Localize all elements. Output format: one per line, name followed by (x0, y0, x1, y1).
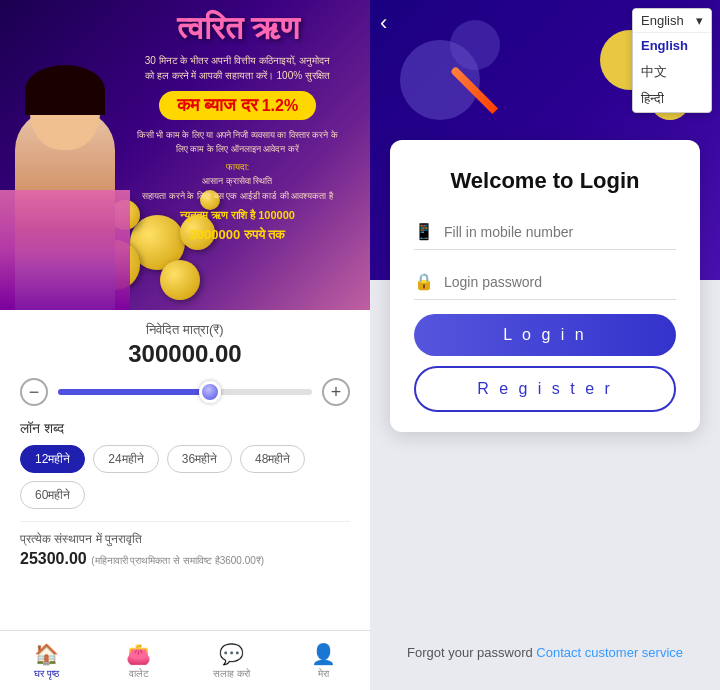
nav-item-wallet[interactable]: 👛 वालेट (93, 631, 186, 690)
banner-title: त्वरित ऋण (177, 10, 299, 47)
nav-item-me[interactable]: 👤 मेरा (278, 631, 371, 690)
banner-desc-line2: फायदा: (130, 160, 345, 174)
language-selector[interactable]: English ▾ English 中文 हिन्दी (632, 8, 712, 113)
loan-label: लॉन शब्द (20, 420, 350, 437)
left-panel: त्वरित ऋण 30 मिनट के भीतर अपनी वित्तीय क… (0, 0, 370, 690)
loan-terms: 12महीने 24महीने 36महीने 48महीने 60महीने (20, 445, 350, 509)
banner-desc: किसी भी काम के लिए या अपने निजी व्यवसाय … (120, 128, 355, 245)
profile-icon: 👤 (311, 642, 336, 666)
term-btn-36[interactable]: 36महीने (167, 445, 232, 473)
forgot-text: Forgot your password (407, 645, 533, 660)
banner-desc-line3: आसान क्रासेवा स्थिति (130, 174, 345, 188)
advice-icon: 💬 (219, 642, 244, 666)
contact-customer-service-link[interactable]: Contact customer service (536, 645, 683, 660)
amount-value: 300000.00 (20, 340, 350, 368)
banner-desc-line4: सहायता करने के लिए: बस एक आईडी कार्ड की … (130, 189, 345, 203)
nav-label-wallet: वालेट (129, 668, 149, 680)
login-title: Welcome to Login (414, 168, 676, 194)
mobile-icon: 📱 (414, 222, 434, 241)
left-body: निवेदित मात्रा(₹) 300000.00 − + लॉन शब्द… (0, 310, 370, 630)
nav-item-home[interactable]: 🏠 घर पृष्ठ (0, 631, 93, 690)
slider-plus-button[interactable]: + (322, 378, 350, 406)
repayment-value: 25300.00 (20, 550, 87, 567)
nav-label-home: घर पृष्ठ (34, 668, 59, 680)
password-input[interactable] (444, 274, 676, 290)
banner-subtitle: 30 मिनट के भीतर अपनी वित्तीय कठिनाइयों, … (120, 53, 355, 83)
language-dropdown[interactable]: English ▾ English 中文 हिन्दी (632, 8, 712, 113)
mobile-input[interactable] (444, 224, 676, 240)
banner-desc-line1: किसी भी काम के लिए या अपने निजी व्यवसाय … (130, 128, 345, 157)
banner-amount2: 2000000 रुपये तक (130, 225, 345, 246)
term-btn-12[interactable]: 12महीने (20, 445, 85, 473)
banner: त्वरित ऋण 30 मिनट के भीतर अपनी वित्तीय क… (0, 0, 370, 310)
home-icon: 🏠 (34, 642, 59, 666)
amount-label: निवेदित मात्रा(₹) (20, 322, 350, 338)
register-button[interactable]: R e g i s t e r (414, 366, 676, 412)
amount-section: निवेदित मात्रा(₹) 300000.00 (20, 322, 350, 368)
lang-options-list: English 中文 हिन्दी (633, 32, 711, 112)
bottom-nav: 🏠 घर पृष्ठ 👛 वालेट 💬 सलाह करो 👤 मेरा (0, 630, 370, 690)
login-card: Welcome to Login 📱 🔒 L o g i n R e g i s… (390, 140, 700, 432)
back-button[interactable]: ‹ (380, 10, 387, 36)
lang-option-english[interactable]: English (633, 33, 711, 58)
mobile-input-row: 📱 (414, 214, 676, 250)
current-language: English (641, 13, 684, 28)
lang-header[interactable]: English ▾ (633, 9, 711, 32)
deco-circle-2 (450, 20, 500, 70)
banner-rate: कम ब्याज दर 1.2% (159, 91, 316, 120)
nav-item-advice[interactable]: 💬 सलाह करो (185, 631, 278, 690)
lang-option-hindi[interactable]: हिन्दी (633, 86, 711, 112)
nav-label-me: मेरा (318, 668, 329, 680)
nav-label-advice: सलाह करो (213, 668, 250, 680)
slider-track[interactable] (58, 389, 312, 395)
login-button[interactable]: L o g i n (414, 314, 676, 356)
forgot-row: Forgot your password Contact customer se… (370, 645, 720, 660)
lock-icon: 🔒 (414, 272, 434, 291)
slider-row: − + (20, 378, 350, 406)
banner-rate-value: 1.2% (262, 97, 298, 114)
banner-amount1: न्यूनतम ऋण राशि है 100000 (180, 209, 295, 221)
right-panel: ‹ English ▾ English 中文 हिन्दी Welcome to… (370, 0, 720, 690)
lang-option-chinese[interactable]: 中文 (633, 58, 711, 86)
chevron-down-icon: ▾ (696, 13, 703, 28)
password-input-row: 🔒 (414, 264, 676, 300)
banner-rate-label: कम ब्याज दर (177, 95, 258, 115)
repayment-label: प्रत्येक संस्थापन में पुनरावृति (20, 532, 350, 546)
repayment-note: (महिनावारी प्राथमिकता से समाविष्ट है3600… (91, 555, 264, 566)
repayment-section: प्रत्येक संस्थापन में पुनरावृति 25300.00… (20, 521, 350, 568)
slider-fill (58, 389, 210, 395)
slider-thumb[interactable] (199, 381, 221, 403)
term-btn-48[interactable]: 48महीने (240, 445, 305, 473)
term-btn-60[interactable]: 60महीने (20, 481, 85, 509)
term-btn-24[interactable]: 24महीने (93, 445, 158, 473)
wallet-icon: 👛 (126, 642, 151, 666)
slider-minus-button[interactable]: − (20, 378, 48, 406)
